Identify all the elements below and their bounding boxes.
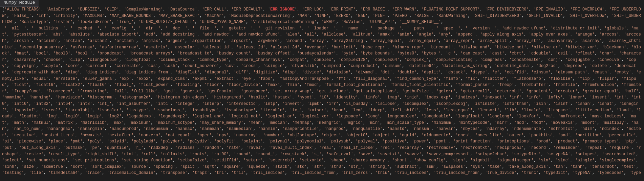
module-title: Numpy Module <box>0 0 39 7</box>
content-area[interactable]: ['ALLOW_THREADS', 'AxisError', 'BUFSIZE'… <box>0 5 644 177</box>
title-bar: Numpy Module <box>0 0 644 5</box>
module-content: ['ALLOW_THREADS', 'AxisError', 'BUFSIZE'… <box>2 6 642 177</box>
